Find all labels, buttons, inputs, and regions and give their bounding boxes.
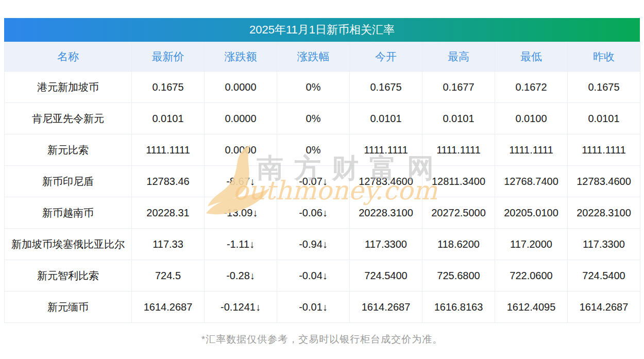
table-row: 肯尼亚先令新元 0.0101 0.0000 0% 0.0101 0.0101 0… [5,103,640,134]
table-row: 新元比索 1111.1111 0.0000 0% 1111.1111 1111.… [5,134,640,166]
table-header-row: 名称 最新价 涨跌额 涨跌幅 今开 最高 最低 昨收 [5,42,640,72]
cell-name: 新元缅币 [5,292,132,323]
cell-name: 新元智利比索 [5,260,132,292]
cell-change-pct: 0% [277,72,350,103]
cell-high: 20272.5000 [422,197,495,229]
table-row: 新加坡币埃塞俄比亚比尔 117.33 -1.11↓ -0.94↓ 117.330… [5,229,640,260]
cell-open: 117.3300 [350,229,422,260]
cell-low: 0.0100 [495,103,568,134]
cell-high: 725.6800 [422,260,495,292]
column-header-prev-close: 昨收 [568,42,640,72]
cell-prev-close: 0.1675 [568,72,640,103]
table-title-bar: 2025年11月1日新币相关汇率 [4,18,640,42]
column-header-name: 名称 [5,42,132,72]
cell-latest: 20228.31 [132,197,205,229]
cell-change-pct: 0% [277,134,350,166]
cell-open: 20228.3100 [350,197,422,229]
table-row: 港元新加坡币 0.1675 0.0000 0% 0.1675 0.1677 0.… [5,72,640,103]
cell-change: -1.11↓ [205,229,277,260]
column-header-change: 涨跌额 [205,42,277,72]
cell-change: -0.28↓ [205,260,277,292]
cell-prev-close: 724.5400 [568,260,640,292]
cell-prev-close: 117.3300 [568,229,640,260]
column-header-low: 最低 [495,42,568,72]
cell-high: 1111.1111 [422,134,495,166]
cell-change-pct: -0.94↓ [277,229,350,260]
disclaimer-note: *汇率数据仅供参考，交易时以银行柜台成交价为准。 [4,333,640,346]
cell-change: 0.0000 [205,72,277,103]
column-header-open: 今开 [350,42,422,72]
cell-low: 0.1672 [495,72,568,103]
cell-open: 0.1675 [350,72,422,103]
cell-open: 724.5400 [350,260,422,292]
cell-high: 118.6200 [422,229,495,260]
cell-open: 1614.2687 [350,292,422,323]
cell-name: 新币越南币 [5,197,132,229]
cell-latest: 12783.46 [132,166,205,197]
cell-change: 0.0000 [205,134,277,166]
cell-change: -0.1241↓ [205,292,277,323]
cell-change: 0.0000 [205,103,277,134]
cell-high: 1616.8163 [422,292,495,323]
table-row: 新币印尼盾 12783.46 -8.67↓ -0.07↓ 12783.4600 … [5,166,640,197]
table-row: 新元智利比索 724.5 -0.28↓ -0.04↓ 724.5400 725.… [5,260,640,292]
column-header-latest: 最新价 [132,42,205,72]
cell-latest: 0.1675 [132,72,205,103]
cell-latest: 1614.2687 [132,292,205,323]
cell-prev-close: 1614.2687 [568,292,640,323]
page-title: 2025年11月1日新币相关汇率 [249,22,395,38]
cell-prev-close: 20228.3100 [568,197,640,229]
table-row: 新元缅币 1614.2687 -0.1241↓ -0.01↓ 1614.2687… [5,292,640,323]
cell-change-pct: -0.04↓ [277,260,350,292]
cell-open: 1111.1111 [350,134,422,166]
cell-change-pct: -0.06↓ [277,197,350,229]
column-header-high: 最高 [422,42,495,72]
table-row: 新币越南币 20228.31 -13.09↓ -0.06↓ 20228.3100… [5,197,640,229]
cell-open: 12783.4600 [350,166,422,197]
cell-name: 新币印尼盾 [5,166,132,197]
cell-change-pct: -0.07↓ [277,166,350,197]
cell-name: 新元比索 [5,134,132,166]
cell-high: 0.1677 [422,72,495,103]
cell-name: 新加坡币埃塞俄比亚比尔 [5,229,132,260]
rates-widget: 2025年11月1日新币相关汇率 名称 最新价 涨跌额 涨跌幅 今开 最高 最低… [4,18,640,346]
cell-low: 722.0600 [495,260,568,292]
cell-change-pct: 0% [277,103,350,134]
cell-change: -8.67↓ [205,166,277,197]
exchange-rate-table: 名称 最新价 涨跌额 涨跌幅 今开 最高 最低 昨收 港元新加坡币 0.1675… [4,42,640,323]
cell-prev-close: 12783.4600 [568,166,640,197]
cell-low: 1111.1111 [495,134,568,166]
cell-change-pct: -0.01↓ [277,292,350,323]
cell-low: 1612.4095 [495,292,568,323]
cell-high: 0.0101 [422,103,495,134]
cell-high: 12811.3400 [422,166,495,197]
cell-low: 20205.0100 [495,197,568,229]
cell-change: -13.09↓ [205,197,277,229]
cell-latest: 724.5 [132,260,205,292]
cell-prev-close: 0.0101 [568,103,640,134]
cell-low: 117.2000 [495,229,568,260]
cell-open: 0.0101 [350,103,422,134]
cell-low: 12768.7400 [495,166,568,197]
cell-name: 港元新加坡币 [5,72,132,103]
cell-name: 肯尼亚先令新元 [5,103,132,134]
cell-latest: 1111.1111 [132,134,205,166]
cell-prev-close: 1111.1111 [568,134,640,166]
column-header-change-pct: 涨跌幅 [277,42,350,72]
cell-latest: 0.0101 [132,103,205,134]
cell-latest: 117.33 [132,229,205,260]
